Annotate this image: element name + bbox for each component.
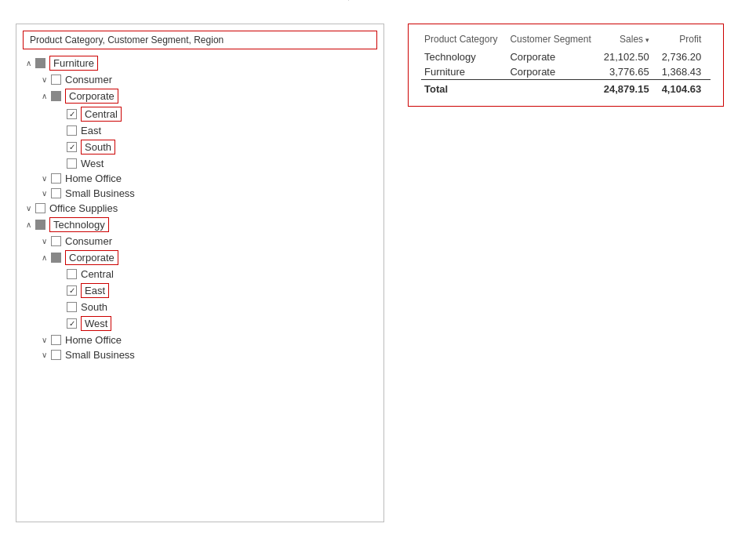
expand-icon-technology-corporate-east: [54, 285, 65, 296]
tree-node-furniture-consumer[interactable]: ∨Consumer: [20, 72, 380, 87]
tree-node-technology[interactable]: ∧Technology: [20, 216, 380, 234]
expand-icon-technology-consumer[interactable]: ∨: [38, 236, 49, 247]
toolbar: ▽ ⊞ ⋯: [338, 0, 392, 5]
tree-node-furniture-corporate-east[interactable]: East: [20, 123, 380, 138]
bordered-wrapper-technology: Technology: [49, 217, 109, 232]
tree-node-technology-corporate-west[interactable]: West: [20, 314, 380, 333]
checkbox-furniture-corporate[interactable]: [51, 91, 61, 101]
expand-icon-technology-smallbusiness[interactable]: ∨: [38, 350, 49, 361]
table-row-0: TechnologyCorporate21,102.502,736.20: [421, 49, 711, 64]
cell-category-0: Technology: [421, 49, 507, 64]
col-header-0: Product Category: [421, 32, 507, 49]
expand-icon-furniture[interactable]: ∧: [23, 58, 34, 69]
checkbox-technology[interactable]: [35, 220, 45, 230]
col-header-2[interactable]: Sales ▾: [601, 32, 659, 49]
tree-node-technology-consumer[interactable]: ∨Consumer: [20, 234, 380, 249]
cell-category-1: Furniture: [421, 64, 507, 80]
tree-node-technology-corporate-central[interactable]: Central: [20, 267, 380, 282]
expand-icon-technology-corporate-central: [54, 269, 65, 280]
expand-icon-technology-corporate-south: [54, 302, 65, 313]
checkbox-furniture-corporate-east[interactable]: [67, 125, 77, 136]
bordered-wrapper-furniture-corporate: Corporate: [65, 89, 118, 104]
checkbox-furniture-corporate-central[interactable]: [67, 109, 77, 119]
bordered-wrapper-technology-corporate: Corporate: [65, 250, 118, 265]
checkbox-furniture-consumer[interactable]: [51, 75, 61, 85]
checkbox-technology-smallbusiness[interactable]: [51, 350, 61, 360]
checkbox-technology-consumer[interactable]: [51, 236, 61, 246]
cell-segment-1: Corporate: [507, 64, 600, 80]
tree-header: Product Category, Customer Segment, Regi…: [23, 31, 377, 49]
checkbox-technology-corporate-east[interactable]: [67, 285, 77, 296]
checkbox-technology-corporate-south[interactable]: [67, 302, 77, 312]
tree-node-furniture-corporate-west[interactable]: West: [20, 156, 380, 171]
tree-node-furniture-homeoffice[interactable]: ∨Home Office: [20, 171, 380, 186]
tree-node-technology-corporate-south[interactable]: South: [20, 300, 380, 314]
data-table: Product CategoryCustomer SegmentSales ▾P…: [421, 32, 711, 96]
expand-icon-furniture-corporate-east: [54, 125, 65, 136]
tree-node-technology-corporate[interactable]: ∧Corporate: [20, 249, 380, 267]
expand-icon-furniture-smallbusiness[interactable]: ∨: [38, 188, 49, 199]
expand-icon-furniture-corporate-south: [54, 142, 65, 153]
checkbox-furniture-corporate-south[interactable]: [67, 142, 77, 152]
cell-segment-0: Corporate: [507, 49, 600, 64]
tree-body: ∧Furniture∨Consumer∧CorporateCentralEast…: [16, 53, 383, 364]
checkbox-furniture-smallbusiness[interactable]: [51, 188, 61, 198]
node-label-furniture-consumer: Consumer: [65, 74, 112, 85]
expand-icon-furniture-homeoffice[interactable]: ∨: [38, 173, 49, 184]
tree-node-technology-smallbusiness[interactable]: ∨Small Business: [20, 347, 380, 362]
node-label-furniture-corporate-east: East: [81, 125, 101, 136]
expand-icon-technology-corporate[interactable]: ∧: [38, 253, 49, 264]
more-icon[interactable]: ⋯: [375, 0, 386, 2]
sort-icon-2: ▾: [643, 36, 649, 44]
node-label-technology-corporate-east: East: [85, 285, 105, 296]
data-table-container: Product CategoryCustomer SegmentSales ▾P…: [408, 24, 724, 107]
right-panel: Product CategoryCustomer SegmentSales ▾P…: [392, 8, 756, 530]
bordered-wrapper-furniture: Furniture: [49, 56, 98, 71]
tree-node-furniture-smallbusiness[interactable]: ∨Small Business: [20, 186, 380, 201]
tree-node-officesupplies[interactable]: ∨Office Supplies: [20, 201, 380, 216]
checkbox-technology-corporate-central[interactable]: [67, 269, 77, 279]
tree-node-technology-homeoffice[interactable]: ∨Home Office: [20, 333, 380, 347]
expand-icon-furniture-consumer[interactable]: ∨: [38, 75, 49, 85]
node-label-furniture-corporate-west: West: [81, 158, 104, 169]
tree-node-furniture-corporate[interactable]: ∧Corporate: [20, 87, 380, 105]
tree-node-furniture[interactable]: ∧Furniture: [20, 54, 380, 72]
cell-profit-0: 2,736.20: [659, 49, 711, 64]
checkbox-furniture[interactable]: [35, 58, 45, 68]
tree-node-furniture-corporate-central[interactable]: Central: [20, 105, 380, 123]
checkbox-technology-corporate[interactable]: [51, 253, 61, 263]
bordered-wrapper-furniture-corporate-central: Central: [81, 107, 122, 122]
expand-icon-furniture-corporate-west: [54, 158, 65, 169]
bordered-wrapper-furniture-corporate-south: South: [81, 140, 115, 154]
node-label-technology-consumer: Consumer: [65, 235, 112, 247]
node-label-furniture-corporate: Corporate: [69, 90, 114, 102]
node-label-technology-smallbusiness: Small Business: [65, 349, 135, 361]
expand-icon-technology-homeoffice[interactable]: ∨: [38, 335, 49, 346]
col-header-1: Customer Segment: [507, 32, 600, 49]
expand-icon-furniture-corporate-central: [54, 109, 65, 120]
checkbox-officesupplies[interactable]: [35, 203, 45, 213]
node-label-furniture-homeoffice: Home Office: [65, 173, 122, 184]
bordered-wrapper-technology-corporate-east: East: [81, 283, 109, 298]
node-label-furniture-smallbusiness: Small Business: [65, 187, 135, 199]
total-row: Total24,879.154,104.63: [421, 80, 711, 97]
main-container: ▽ ⊞ ⋯ Product Category, Customer Segment…: [0, 0, 756, 538]
col-header-3: Profit: [659, 32, 711, 49]
cell-profit-1: 1,368.43: [659, 64, 711, 80]
node-label-technology-corporate-central: Central: [81, 268, 114, 280]
checkbox-furniture-corporate-west[interactable]: [67, 158, 77, 169]
node-label-technology-corporate: Corporate: [69, 252, 114, 264]
tree-node-furniture-corporate-south[interactable]: South: [20, 138, 380, 156]
checkbox-technology-homeoffice[interactable]: [51, 335, 61, 345]
left-panel: Product Category, Customer Segment, Regi…: [16, 24, 384, 522]
checkbox-technology-corporate-west[interactable]: [67, 318, 77, 329]
total-profit: 4,104.63: [659, 80, 711, 97]
filter-icon[interactable]: ▽: [344, 0, 353, 2]
expand-icon-officesupplies[interactable]: ∨: [23, 203, 34, 214]
checkbox-furniture-homeoffice[interactable]: [51, 173, 61, 184]
expand-icon-technology[interactable]: ∧: [23, 220, 34, 231]
tree-node-technology-corporate-east[interactable]: East: [20, 282, 380, 300]
node-label-furniture-corporate-south: South: [85, 141, 111, 153]
expand-icon-furniture-corporate[interactable]: ∧: [38, 91, 49, 102]
focus-icon[interactable]: ⊞: [359, 0, 369, 2]
